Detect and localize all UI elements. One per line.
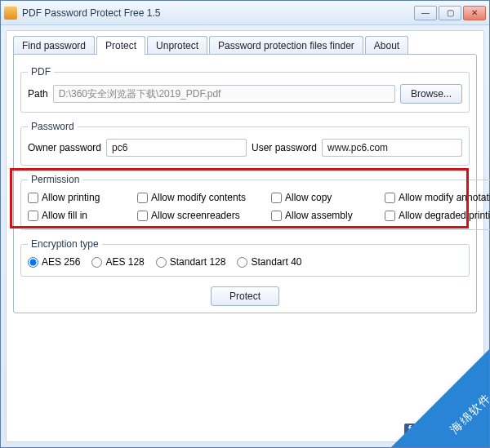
owner-password-label: Owner password — [28, 142, 101, 153]
enc-standart40-radio[interactable] — [237, 257, 247, 268]
window-title: PDF Password Protect Free 1.5 — [22, 7, 414, 19]
perm-allow-modify-contents-checkbox[interactable] — [137, 193, 148, 203]
encryption-legend: Encryption type — [28, 238, 102, 250]
browse-button[interactable]: Browse... — [400, 84, 462, 104]
perm-allow-copy[interactable]: Allow copy — [271, 192, 381, 203]
titlebar: PDF Password Protect Free 1.5 — ▢ ✕ — [1, 1, 489, 25]
tab-body-protect: PDF Path Browse... Password Owner passwo… — [13, 54, 477, 313]
password-group: Password Owner password User password — [20, 121, 470, 166]
close-button[interactable]: ✕ — [463, 6, 486, 20]
perm-allow-assembly[interactable]: Allow assembly — [271, 210, 381, 221]
tab-strip: Find password Protect Unprotect Password… — [13, 36, 477, 55]
minimize-button[interactable]: — — [414, 6, 437, 20]
maximize-button[interactable]: ▢ — [439, 6, 461, 20]
app-icon — [4, 7, 17, 20]
user-password-input[interactable] — [322, 139, 462, 157]
enc-standart40[interactable]: Standart 40 — [237, 256, 301, 268]
pdf-legend: PDF — [28, 66, 54, 78]
perm-allow-degraded-printing[interactable]: Allow degraded printing — [385, 210, 490, 221]
encryption-group: Encryption type AES 256 AES 128 Standart… — [20, 238, 470, 277]
tab-find-password[interactable]: Find password — [13, 36, 95, 55]
perm-allow-copy-checkbox[interactable] — [271, 193, 282, 203]
enc-standart128[interactable]: Standart 128 — [156, 256, 226, 268]
path-label: Path — [28, 88, 48, 100]
perm-allow-printing[interactable]: Allow printing — [28, 192, 134, 203]
enc-aes128[interactable]: AES 128 — [91, 256, 144, 268]
perm-allow-screenreaders-checkbox[interactable] — [137, 211, 148, 221]
perm-allow-fill-in[interactable]: Allow fill in — [28, 210, 134, 221]
tab-protect[interactable]: Protect — [96, 36, 145, 55]
perm-allow-degraded-printing-checkbox[interactable] — [385, 211, 395, 221]
enc-aes256-radio[interactable] — [28, 257, 38, 268]
owner-password-input[interactable] — [106, 139, 247, 157]
perm-allow-assembly-checkbox[interactable] — [271, 211, 282, 221]
tab-unprotect[interactable]: Unprotect — [147, 36, 207, 55]
permission-legend: Permission — [28, 174, 82, 185]
password-legend: Password — [28, 121, 78, 132]
permission-group: Permission Allow printing Allow modify c… — [20, 174, 490, 230]
path-input[interactable] — [53, 85, 395, 103]
app-window: PDF Password Protect Free 1.5 — ▢ ✕ Find… — [0, 0, 490, 448]
perm-allow-modify-annotations[interactable]: Allow modify annotations — [385, 192, 490, 203]
enc-standart128-radio[interactable] — [156, 257, 167, 268]
enc-aes128-radio[interactable] — [91, 257, 102, 268]
user-password-label: User password — [252, 142, 317, 153]
perm-allow-screenreaders[interactable]: Allow screenreaders — [137, 210, 268, 221]
window-buttons: — ▢ ✕ — [414, 6, 486, 20]
perm-allow-modify-annotations-checkbox[interactable] — [385, 193, 395, 203]
enc-aes256[interactable]: AES 256 — [28, 256, 80, 268]
watermark-triangle — [391, 349, 489, 447]
tab-about[interactable]: About — [365, 36, 408, 55]
protect-button[interactable]: Protect — [211, 286, 279, 306]
perm-allow-fill-in-checkbox[interactable] — [28, 211, 38, 221]
pdf-group: PDF Path Browse... — [20, 66, 470, 113]
perm-allow-printing-checkbox[interactable] — [28, 193, 38, 203]
tab-password-finder[interactable]: Password protection files finder — [209, 36, 363, 55]
perm-allow-modify-contents[interactable]: Allow modify contents — [137, 192, 268, 203]
